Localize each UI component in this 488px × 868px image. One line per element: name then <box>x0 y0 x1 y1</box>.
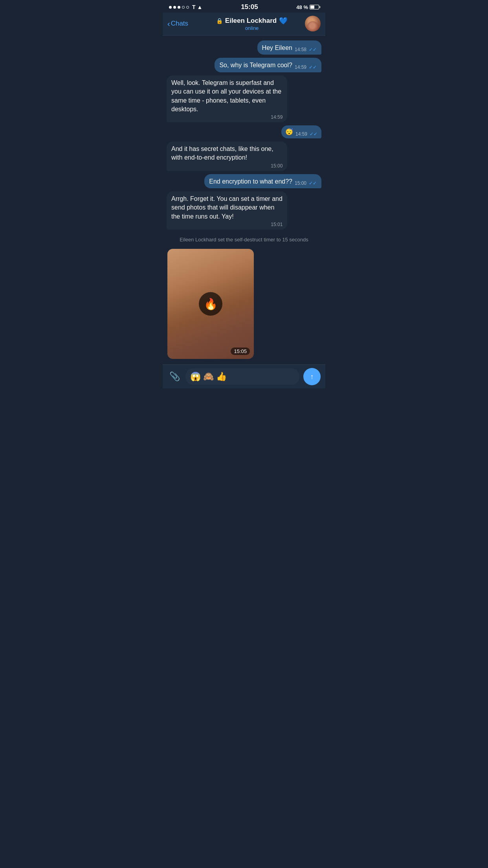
message-bubble-incoming: Well, look. Telegram is superfast and yo… <box>167 75 287 123</box>
message-time: 14:59 <box>295 131 307 137</box>
emoji-text: 😴 <box>285 128 293 136</box>
message-row: So, why is Telegram cool? 14:59 ✓✓ <box>167 58 321 72</box>
signal-dot-5 <box>186 6 189 9</box>
wifi-icon: ▲ <box>197 4 203 10</box>
message-bubble-outgoing: So, why is Telegram cool? 14:59 ✓✓ <box>215 58 321 72</box>
status-time: 15:05 <box>241 3 258 11</box>
message-text: Well, look. Telegram is superfast and yo… <box>171 79 281 112</box>
system-message: Eileen Lockhard set the self-destruct ti… <box>167 234 321 245</box>
status-left: T ▲ <box>169 4 202 10</box>
signal-dot-3 <box>178 6 180 9</box>
quick-emoji-bar[interactable]: 😱 🙈 👍 <box>185 368 299 385</box>
back-button[interactable]: ‹ Chats <box>167 20 199 28</box>
chat-area: Hey Eileen 14:58 ✓✓ So, why is Telegram … <box>163 36 325 364</box>
read-receipts: ✓✓ <box>309 64 317 70</box>
message-text: End encryption to what end?? <box>209 177 292 186</box>
message-text: So, why is Telegram cool? <box>219 61 292 70</box>
message-row: Hey Eileen 14:58 ✓✓ <box>167 40 321 55</box>
read-receipts: ✓✓ <box>309 180 317 186</box>
contact-name: Eileen Lockhard <box>225 17 277 25</box>
signal-dot-4 <box>182 6 185 9</box>
message-bubble-incoming: And it has secret chats, like this one, … <box>167 142 287 171</box>
message-time: 15:01 <box>271 222 283 227</box>
flame-icon: 🔥 <box>204 298 218 311</box>
avatar-silhouette <box>307 21 318 31</box>
message-text: Hey Eileen <box>262 44 292 52</box>
send-icon: ↑ <box>310 373 314 381</box>
attach-button[interactable]: 📎 <box>167 370 182 384</box>
battery-fill <box>310 6 314 9</box>
bottom-bar: 📎 😱 🙈 👍 ↑ <box>163 364 325 388</box>
message-row: Well, look. Telegram is superfast and yo… <box>167 75 321 123</box>
signal-dot-2 <box>173 6 176 9</box>
photo-time: 15:05 <box>234 348 247 354</box>
back-label: Chats <box>171 20 188 28</box>
lock-icon: 🔒 <box>216 18 223 24</box>
message-bubble-outgoing: End encryption to what end?? 15:00 ✓✓ <box>204 174 321 188</box>
message-time: 15:00 <box>295 180 306 186</box>
message-row: And it has secret chats, like this one, … <box>167 142 321 171</box>
message-text: Arrgh. Forget it. You can set a timer an… <box>171 195 283 220</box>
back-chevron-icon: ‹ <box>167 20 170 28</box>
quick-emoji-2[interactable]: 🙈 <box>203 371 214 382</box>
message-time: 14:59 <box>271 114 283 120</box>
message-bubble-incoming: Arrgh. Forget it. You can set a timer an… <box>167 191 287 230</box>
status-bar: T ▲ 15:05 48 % <box>163 0 325 13</box>
battery-icon <box>310 5 319 9</box>
message-time: 14:58 <box>295 47 306 52</box>
message-text: And it has secret chats, like this one, … <box>171 145 273 161</box>
read-receipts: ✓✓ <box>309 47 317 52</box>
quick-emoji-1[interactable]: 😱 <box>190 371 201 382</box>
read-receipts: ✓✓ <box>310 131 317 137</box>
battery-percent: 48 % <box>296 4 308 10</box>
photo-time-badge: 15:05 <box>231 348 250 355</box>
contact-name-row: 🔒 Eileen Lockhard 💙 <box>199 17 305 25</box>
avatar[interactable] <box>305 16 321 31</box>
message-row: 😴 14:59 ✓✓ <box>167 125 321 138</box>
send-button[interactable]: ↑ <box>303 368 321 385</box>
contact-status: online <box>199 25 305 31</box>
message-bubble-outgoing: Hey Eileen 14:58 ✓✓ <box>257 40 321 55</box>
message-time: 14:59 <box>295 64 306 70</box>
quick-emoji-3[interactable]: 👍 <box>216 371 227 382</box>
message-time: 15:00 <box>271 163 283 169</box>
photo-message[interactable]: 🔥 15:05 <box>167 249 254 359</box>
avatar-image <box>305 16 321 31</box>
flame-play-icon[interactable]: 🔥 <box>199 292 222 316</box>
message-row: Arrgh. Forget it. You can set a timer an… <box>167 191 321 230</box>
message-row: End encryption to what end?? 15:00 ✓✓ <box>167 174 321 188</box>
attach-icon: 📎 <box>169 371 180 382</box>
message-row: 🔥 15:05 <box>167 249 321 359</box>
status-right: 48 % <box>296 4 319 10</box>
header-center: 🔒 Eileen Lockhard 💙 online <box>199 17 305 31</box>
system-message-text: Eileen Lockhard set the self-destruct ti… <box>180 237 308 243</box>
emoji-bubble: 😴 14:59 ✓✓ <box>281 125 321 138</box>
heart-icon: 💙 <box>279 17 288 25</box>
nav-header: ‹ Chats 🔒 Eileen Lockhard 💙 online <box>163 13 325 36</box>
signal-dot-1 <box>169 6 172 9</box>
carrier-label: T <box>192 4 196 10</box>
